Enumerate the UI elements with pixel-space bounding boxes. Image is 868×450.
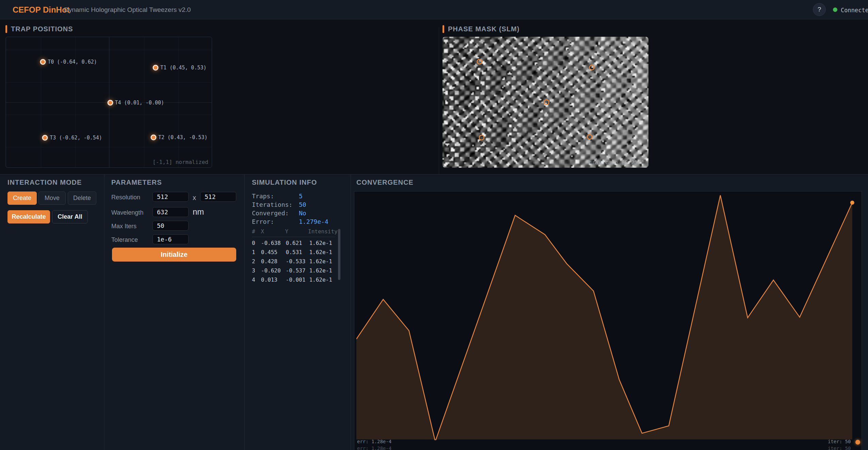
table-row: 0-0.6380.6211.62e-1 <box>252 237 335 246</box>
stat-value-3: 1.279e-4 <box>299 218 328 225</box>
max-iters-label: Max Iters <box>111 223 136 230</box>
table-cell: -0.533 <box>286 258 309 265</box>
divider-1 <box>104 174 105 450</box>
table-cell: 1 <box>252 249 261 255</box>
convergence-current-marker <box>855 440 860 445</box>
wavelength-unit: nm <box>193 207 204 217</box>
initialize-button[interactable]: Initialize <box>112 248 236 262</box>
stat-value-2: No <box>299 210 306 217</box>
app-header: CEFOP DinHot Dynamic Holographic Optical… <box>0 0 868 19</box>
table-cell: 0.013 <box>261 277 286 283</box>
parameters-title: PARAMETERS <box>111 179 162 186</box>
connection-status: Connected <box>841 7 868 14</box>
wavelength-label: Wavelength <box>111 209 143 216</box>
wavelength-input[interactable] <box>152 207 189 217</box>
phase-mask-title: PHASE MASK (SLM) <box>448 25 519 33</box>
convergence-title: CONVERGENCE <box>356 179 414 186</box>
table-cell: -0.620 <box>261 267 286 274</box>
table-cell: 1.62e-1 <box>309 249 335 255</box>
trap-positions-accent-bar <box>5 25 7 33</box>
app-subtitle: Dynamic Holographic Optical Tweezers v2.… <box>64 6 191 14</box>
stat-value-0: 5 <box>299 193 303 200</box>
trap-label-T0: T0 (-0.64, 0.62) <box>48 59 97 65</box>
table-scrollbar[interactable] <box>338 229 340 280</box>
table-header-0: # <box>252 228 261 235</box>
table-cell: -0.638 <box>261 240 286 246</box>
tolerance-input[interactable] <box>152 234 189 244</box>
trap-dot-T2[interactable] <box>151 134 157 140</box>
simulation-info-title: SIMULATION INFO <box>252 179 317 186</box>
mode-button-move[interactable]: Move <box>38 191 66 205</box>
table-cell: 0.455 <box>261 249 286 255</box>
table-cell: -0.537 <box>286 267 309 274</box>
convergence-chart-canvas <box>354 191 862 450</box>
table-cell: -0.001 <box>286 277 309 283</box>
table-cell: 3 <box>252 267 261 274</box>
trap-dot-T1[interactable] <box>153 65 159 71</box>
trap-dot-T3[interactable] <box>42 135 48 141</box>
table-row: 40.013-0.0011.62e-1 <box>252 274 335 283</box>
app-brand: CEFOP DinHot <box>13 5 70 15</box>
stat-label-2: Converged: <box>252 210 289 217</box>
mode-button-delete[interactable]: Delete <box>68 191 96 205</box>
convergence-end-dot <box>850 201 854 205</box>
convergence-iter-readout: iter: 50 <box>828 439 851 444</box>
recalculate-button[interactable]: Recalculate <box>7 210 50 223</box>
status-dot-icon <box>833 7 837 12</box>
trap-label-T4: T4 (0.01, -0.00) <box>115 100 164 106</box>
divider-3 <box>351 174 351 450</box>
table-header-row: #XYIntensity <box>252 228 335 237</box>
tolerance-label: Tolerance <box>111 236 138 244</box>
table-header-1: X <box>261 228 285 235</box>
convergence-error-readout: err: 1.28e-4 <box>357 439 391 444</box>
convergence-area-fill <box>356 195 852 440</box>
max-iters-input[interactable] <box>152 221 189 231</box>
trap-range-label: [-1,1] normalized <box>152 159 208 165</box>
stat-value-1: 50 <box>299 201 306 208</box>
table-header-2: Y <box>285 228 308 235</box>
mode-button-create[interactable]: Create <box>7 191 37 205</box>
top-section-divider <box>439 27 439 174</box>
table-cell: 0.621 <box>286 240 309 246</box>
trap-positions-canvas[interactable]: T0 (-0.64, 0.62)T1 (0.45, 0.53)T2 (0.43,… <box>5 37 212 168</box>
convergence-iter-readout-artifact: iter: 50 <box>828 446 851 450</box>
table-row: 10.4550.5311.62e-1 <box>252 246 335 255</box>
stat-label-1: Iterations: <box>252 201 292 208</box>
help-button[interactable]: ? <box>813 3 826 16</box>
resolution-separator: x <box>193 194 196 202</box>
trap-dot-T4[interactable] <box>107 100 113 105</box>
trap-positions-title: TRAP POSITIONS <box>11 25 73 33</box>
stat-label-0: Traps: <box>252 193 274 200</box>
table-cell: 1.62e-1 <box>309 277 335 283</box>
trap-dot-T0[interactable] <box>40 59 46 65</box>
table-row: 3-0.620-0.5371.62e-1 <box>252 265 335 274</box>
phase-mask-accent-bar <box>443 25 444 33</box>
table-cell: 2 <box>252 258 261 265</box>
table-cell: 0 <box>252 240 261 246</box>
table-cell: 1.62e-1 <box>309 240 335 246</box>
resolution-label: Resolution <box>111 194 140 201</box>
trap-label-T2: T2 (0.43, -0.53) <box>158 134 208 140</box>
convergence-error-readout-artifact: err: 1.28e-4 <box>357 446 391 450</box>
convergence-area-chart <box>356 191 862 440</box>
table-header-3: Intensity <box>308 228 335 235</box>
resolution-x-input[interactable] <box>152 192 189 202</box>
trap-label-T3: T3 (-0.62, -0.54) <box>50 135 102 141</box>
table-cell: 1.62e-1 <box>309 258 335 265</box>
table-cell: 1.62e-1 <box>309 267 335 274</box>
clear-all-button[interactable]: Clear All <box>52 210 88 223</box>
resolution-y-input[interactable] <box>200 192 236 202</box>
trap-table: #XYIntensity0-0.6380.6211.62e-110.4550.5… <box>252 228 335 283</box>
stat-label-3: Error: <box>252 218 274 225</box>
table-row: 20.428-0.5331.62e-1 <box>252 255 335 265</box>
table-cell: 0.531 <box>286 249 309 255</box>
table-cell: 0.428 <box>261 258 286 265</box>
trap-label-T1: T1 (0.45, 0.53) <box>160 65 206 71</box>
table-cell: 4 <box>252 277 261 283</box>
phase-mask-image <box>443 37 648 168</box>
divider-2 <box>244 174 245 450</box>
interaction-mode-title: INTERACTION MODE <box>7 179 82 186</box>
